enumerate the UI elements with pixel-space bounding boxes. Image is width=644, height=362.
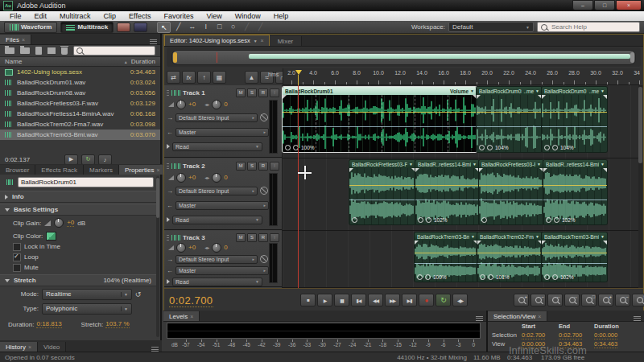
volume-envelope-line[interactable] [477, 253, 542, 253]
duration-value[interactable]: 0:18.813 [36, 320, 61, 328]
tab-selection-view[interactable]: Selection/View × [488, 311, 547, 321]
track-mute-button[interactable]: M [236, 233, 246, 242]
files-column-header[interactable]: Name ▲ Duration [0, 57, 160, 67]
scrollbar-thumb[interactable] [156, 178, 159, 218]
clip-header[interactable]: BalladRockDrum01..me▼ [542, 87, 607, 95]
file-row[interactable]: BalladRockDrum01.wav0:03.024 [0, 77, 160, 88]
volume-envelope-line[interactable] [415, 253, 477, 253]
clip-header[interactable]: BalladR..retless14-BminA▼ [415, 160, 479, 168]
output-select[interactable]: Master▸ [175, 128, 269, 137]
tab-video[interactable]: Video [38, 342, 66, 352]
track-mute-button[interactable]: M [236, 162, 246, 171]
open-file-icon[interactable] [5, 47, 14, 54]
menu-clip[interactable]: Clip [97, 12, 123, 20]
fade-in-handle[interactable] [349, 168, 353, 172]
track-lane[interactable]: BalladRockDrum01Volume▼100%BalladRockDru… [283, 85, 638, 158]
clip[interactable]: BalladRockFretless03-F▼ [349, 160, 415, 224]
selection-duration[interactable]: 0:00.000 [594, 331, 617, 339]
fade-out-handle[interactable] [603, 95, 607, 99]
gain-value[interactable]: +0 [67, 219, 74, 227]
tab-history[interactable]: History× [0, 342, 38, 352]
menu-effects[interactable]: Effects [122, 12, 157, 20]
clip-header[interactable]: BalladRockTrem03-Bmi..▼ [542, 232, 607, 241]
mode-select[interactable]: Realtime ▼ [42, 289, 132, 300]
clip[interactable]: BalladRockFretless03-F▼ [479, 160, 543, 224]
file-row[interactable]: BalladRockFretless03-F.wav0:03.129 [0, 98, 160, 109]
track-lanes[interactable]: BalladRockDrum01Volume▼100%BalladRockDru… [283, 85, 638, 288]
help-search-box[interactable] [537, 22, 640, 32]
pan-envelope-line[interactable] [415, 263, 477, 264]
stretch-section-header[interactable]: Stretch 104% (Realtime) [0, 274, 156, 286]
close-icon[interactable]: × [156, 167, 159, 173]
spectral-pitch-button[interactable] [134, 23, 147, 32]
file-row[interactable]: BalladRockDrum08.wav0:03.056 [0, 88, 160, 98]
info-section-header[interactable]: Info [0, 191, 156, 203]
playhead-handle[interactable] [295, 70, 302, 75]
checkbox[interactable] [13, 264, 21, 272]
tab-files[interactable]: Files × [0, 35, 31, 44]
razor-tool[interactable]: ╱ [172, 22, 184, 31]
fade-in-handle[interactable] [415, 168, 419, 172]
fade-in-handle[interactable] [477, 241, 481, 245]
play-button[interactable]: ▶ [317, 294, 332, 306]
checkbox[interactable] [13, 253, 21, 261]
track-monitor-input-button[interactable]: I [270, 233, 279, 242]
view-duration[interactable]: 0:34.463 [594, 340, 617, 348]
minimize-button[interactable]: – [572, 0, 593, 10]
file-row[interactable]: BalladRockTrem02-Fma7.wav0:03.098 [0, 119, 160, 130]
track-record-arm-button[interactable]: R [258, 88, 268, 97]
slip-tool[interactable]: ↔ [186, 22, 198, 31]
clip[interactable]: BalladRockDrum08..me▼104% [477, 87, 542, 152]
lasso-selection-tool[interactable]: ○ [227, 22, 239, 31]
menu-help[interactable]: Help [267, 12, 295, 20]
snap-marker-icon[interactable]: ▲ [245, 71, 258, 84]
time-selection-tool[interactable]: I [200, 22, 212, 31]
close-icon[interactable]: × [261, 38, 264, 43]
output-select[interactable]: Master▸ [175, 266, 269, 275]
pan-envelope-line[interactable] [479, 200, 543, 200]
automation-mode-select[interactable]: Read▼ [172, 216, 262, 224]
menu-multitrack[interactable]: Multitrack [53, 12, 97, 20]
auto-play-button[interactable]: ♪ [98, 154, 112, 165]
volume-envelope-line[interactable] [479, 185, 543, 186]
clip[interactable]: BalladRockTrem02-Fma7▼101% [477, 232, 542, 282]
clip-name-input[interactable] [18, 177, 154, 187]
menu-view[interactable]: View [200, 12, 228, 20]
drag-handle-icon[interactable] [167, 234, 169, 241]
tab-editor[interactable]: Editor: 1402-Using loops.sesx ▼ × [164, 35, 270, 46]
no-input-icon[interactable] [260, 187, 268, 195]
fade-out-handle[interactable] [603, 168, 607, 172]
track-mute-button[interactable]: M [236, 88, 246, 97]
pan-envelope-line[interactable] [543, 200, 607, 200]
clip[interactable]: BalladR..retless14-BminA▼102% [415, 160, 479, 224]
marker-icon[interactable]: ↑ [197, 71, 211, 84]
pan-envelope-line[interactable] [542, 126, 607, 127]
clip[interactable]: BalladRockTrem03-Bmi..▼102% [542, 232, 607, 282]
input-select[interactable]: Default Stereo Input▸ [175, 187, 258, 195]
clip-header[interactable]: BalladRockFretless03-F▼ [479, 160, 543, 168]
pan-envelope-line[interactable] [477, 126, 542, 127]
zoom-selection-button[interactable]: □ [581, 294, 597, 306]
track-solo-button[interactable]: S [247, 88, 257, 97]
pan-knob[interactable] [212, 173, 221, 183]
spectral-frequency-button[interactable] [117, 23, 130, 32]
no-input-icon[interactable] [260, 113, 268, 121]
volume-knob[interactable] [176, 243, 186, 253]
fade-in-handle[interactable] [415, 241, 419, 245]
tab-markers[interactable]: Markers [84, 165, 119, 175]
volume-knob[interactable] [176, 173, 186, 183]
files-search-box[interactable] [73, 46, 155, 56]
fade-in-handle[interactable] [283, 95, 287, 99]
clip-color-swatch[interactable] [46, 232, 56, 241]
loop-preview-button[interactable]: ↻ [81, 154, 95, 165]
clip[interactable]: BalladRockDrum01..me▼104% [542, 87, 607, 152]
pan-envelope-line[interactable] [349, 200, 415, 200]
insertion-follows-icon[interactable]: ⇄ [167, 71, 180, 84]
track-monitor-input-button[interactable]: I [270, 88, 279, 97]
clip-header[interactable]: BalladRockTrem03-Bmi..▼ [415, 232, 477, 241]
tab-browser[interactable]: Browser [0, 165, 35, 175]
playhead-line[interactable] [298, 85, 299, 288]
clip[interactable]: BalladRockTrem03-Bmi..▼100% [415, 232, 477, 282]
menu-file[interactable]: File [3, 12, 28, 20]
scrollbar-thumb[interactable] [638, 87, 642, 163]
